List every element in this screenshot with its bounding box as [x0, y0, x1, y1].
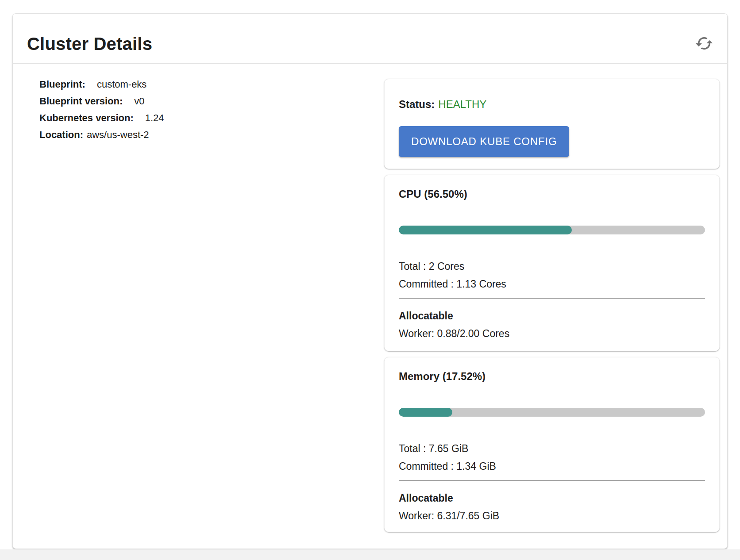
memory-progress-fill: [399, 408, 452, 417]
detail-value: 1.24: [145, 112, 164, 123]
refresh-icon: [695, 34, 713, 53]
refresh-button[interactable]: [694, 34, 714, 53]
memory-worker-allocatable: Worker: 6.31/7.65 GiB: [399, 507, 705, 525]
cpu-total: Total : 2 Cores: [399, 257, 705, 275]
cluster-info-list: Blueprint:custom-eks Blueprint version:v…: [39, 76, 164, 143]
memory-metrics: Total : 7.65 GiB Committed : 1.34 GiB Al…: [399, 440, 705, 525]
detail-label: Blueprint:: [39, 79, 85, 90]
cpu-metrics: Total : 2 Cores Committed : 1.13 Cores A…: [399, 257, 705, 342]
cpu-card: CPU (56.50%) Total : 2 Cores Committed :…: [384, 175, 720, 351]
cpu-allocatable-heading: Allocatable: [399, 307, 705, 325]
cpu-progress-fill: [399, 226, 572, 234]
divider: [399, 480, 705, 481]
page-title: Cluster Details: [27, 34, 152, 54]
page-background-strip: [0, 549, 740, 560]
detail-label: Blueprint version:: [39, 96, 123, 107]
divider: [399, 298, 705, 299]
detail-row-blueprint: Blueprint:custom-eks: [39, 76, 164, 93]
cpu-committed: Committed : 1.13 Cores: [399, 275, 705, 293]
status-label: Status:: [399, 98, 435, 110]
detail-value: custom-eks: [97, 79, 146, 90]
cpu-progress-bar: [399, 226, 705, 234]
memory-total: Total : 7.65 GiB: [399, 440, 705, 457]
detail-label: Kubernetes version:: [39, 112, 134, 123]
cpu-worker-allocatable: Worker: 0.88/2.00 Cores: [399, 325, 705, 342]
detail-row-kubernetes-version: Kubernetes version:1.24: [39, 110, 164, 127]
panel-header: Cluster Details: [13, 14, 727, 64]
detail-row-location: Location:aws/us-west-2: [39, 127, 164, 143]
detail-value: v0: [134, 96, 144, 107]
status-badge: HEALTHY: [438, 98, 486, 110]
cpu-title: CPU (56.50%): [399, 188, 705, 201]
download-kube-config-button[interactable]: DOWNLOAD KUBE CONFIG: [399, 126, 569, 157]
status-card: Status:HEALTHY DOWNLOAD KUBE CONFIG: [384, 79, 720, 169]
detail-value: aws/us-west-2: [87, 129, 149, 140]
memory-title: Memory (17.52%): [399, 370, 705, 383]
cluster-details-panel: Cluster Details Blueprint:custom-eks Blu…: [12, 13, 728, 549]
memory-progress-bar: [399, 408, 705, 417]
memory-card: Memory (17.52%) Total : 7.65 GiB Committ…: [384, 357, 720, 532]
detail-label: Location:: [39, 129, 83, 140]
status-line: Status:HEALTHY: [399, 98, 705, 111]
memory-allocatable-heading: Allocatable: [399, 489, 705, 507]
memory-committed: Committed : 1.34 GiB: [399, 457, 705, 475]
detail-row-blueprint-version: Blueprint version:v0: [39, 93, 164, 110]
